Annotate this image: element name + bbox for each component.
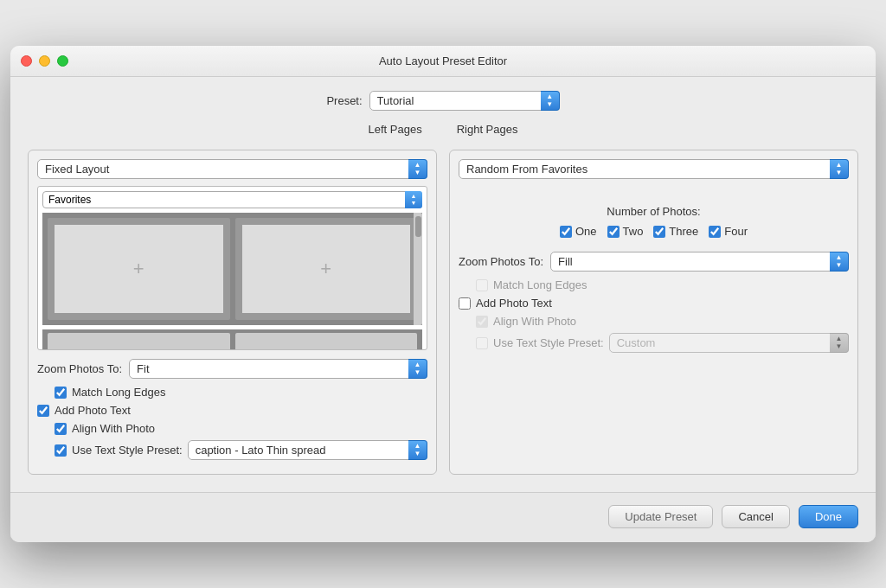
left-text-style-label: Use Text Style Preset:: [72, 444, 183, 457]
tab-right-pages[interactable]: Right Pages: [457, 123, 518, 137]
right-zoom-select[interactable]: Fill: [550, 252, 849, 272]
titlebar: Auto Layout Preset Editor: [10, 46, 876, 77]
update-preset-button[interactable]: Update Preset: [608, 505, 713, 528]
right-match-long-edges-checkbox[interactable]: [476, 279, 488, 291]
nop-three-checkbox[interactable]: [653, 226, 665, 238]
right-zoom-label: Zoom Photos To:: [459, 255, 543, 268]
preset-select[interactable]: Tutorial: [369, 91, 560, 111]
source-select[interactable]: Favorites: [42, 191, 422, 208]
close-button[interactable]: [21, 55, 32, 67]
source-select-wrapper: Favorites ▲ ▼: [42, 191, 422, 208]
tab-left-pages[interactable]: Left Pages: [369, 123, 422, 137]
right-text-style-select-wrapper: Custom ▲ ▼: [609, 333, 849, 353]
nop-four-label: Four: [724, 225, 748, 238]
photo-cell-2-inner: +: [242, 225, 411, 313]
left-zoom-label: Zoom Photos To:: [37, 362, 122, 375]
done-button[interactable]: Done: [799, 505, 858, 528]
left-add-photo-text-checkbox[interactable]: [37, 405, 49, 417]
left-match-long-edges-checkbox[interactable]: [55, 387, 67, 399]
left-layout-select-wrapper: Fixed Layout ▲ ▼: [37, 159, 427, 179]
cancel-button[interactable]: Cancel: [722, 505, 789, 528]
nop-one-checkbox[interactable]: [560, 226, 572, 238]
right-text-style-label: Use Text Style Preset:: [493, 336, 604, 349]
layout-preview: Favorites ▲ ▼ +: [37, 186, 427, 350]
bottom-bar: Update Preset Cancel Done: [10, 492, 876, 542]
right-layout-select[interactable]: Random From Favorites: [459, 159, 849, 179]
left-align-photo-checkbox[interactable]: [55, 423, 67, 435]
left-layout-select[interactable]: Fixed Layout: [37, 159, 427, 179]
left-text-style-select-wrapper: caption - Lato Thin spread ▲ ▼: [188, 440, 427, 460]
minimize-button[interactable]: [39, 55, 50, 67]
left-zoom-select[interactable]: Fit: [129, 359, 427, 379]
right-panel: Random From Favorites ▲ ▼ Number of Phot…: [449, 150, 858, 475]
photo-cell-1: +: [48, 218, 230, 320]
right-add-photo-text-row: Add Photo Text: [459, 297, 849, 310]
preset-select-wrapper: Tutorial ▲ ▼: [369, 91, 560, 111]
tabs-row: Left Pages Right Pages: [28, 123, 858, 137]
nop-four: Four: [709, 225, 748, 238]
right-align-photo-label: Align With Photo: [493, 315, 576, 328]
window-title: Auto Layout Preset Editor: [379, 54, 507, 67]
number-of-photos-title: Number of Photos:: [459, 205, 849, 218]
right-layout-select-wrapper: Random From Favorites ▲ ▼: [459, 159, 849, 179]
right-text-style-select[interactable]: Custom: [609, 333, 849, 353]
photo-bottom-1: [48, 333, 230, 350]
main-content: Preset: Tutorial ▲ ▼ Left Pages Right Pa…: [10, 77, 876, 492]
number-of-photos-checks: One Two Three Four: [459, 225, 849, 238]
nop-two-checkbox[interactable]: [607, 226, 620, 238]
nop-three-label: Three: [669, 225, 698, 238]
photo-grid-bottom: [42, 329, 422, 350]
plus-icon: +: [320, 258, 331, 280]
right-text-style-row: Use Text Style Preset: Custom ▲ ▼: [476, 333, 849, 353]
main-window: Auto Layout Preset Editor Preset: Tutori…: [10, 46, 876, 542]
left-align-photo-row: Align With Photo: [55, 422, 427, 435]
left-panel: Fixed Layout ▲ ▼ Favorites ▲: [28, 150, 437, 475]
photo-cell-1-inner: +: [55, 225, 223, 313]
right-match-long-edges-label: Match Long Edges: [493, 278, 587, 291]
right-add-photo-text-checkbox[interactable]: [459, 297, 471, 310]
nop-two-label: Two: [623, 225, 644, 238]
nop-three: Three: [653, 225, 698, 238]
right-zoom-select-wrapper: Fill ▲ ▼: [550, 252, 849, 272]
panels-container: Fixed Layout ▲ ▼ Favorites ▲: [28, 150, 858, 475]
preset-label: Preset:: [326, 94, 362, 107]
maximize-button[interactable]: [57, 55, 68, 67]
preset-row: Preset: Tutorial ▲ ▼: [28, 91, 858, 111]
left-add-photo-text-label: Add Photo Text: [55, 404, 131, 417]
left-align-photo-label: Align With Photo: [72, 422, 155, 435]
right-text-style-checkbox[interactable]: [476, 337, 488, 349]
right-align-photo-checkbox[interactable]: [476, 316, 488, 328]
photo-bottom-2: [235, 333, 418, 350]
right-align-photo-row: Align With Photo: [476, 315, 849, 328]
left-match-long-edges-label: Match Long Edges: [72, 386, 165, 399]
photo-grid: + +: [42, 213, 422, 325]
left-text-style-row: Use Text Style Preset: caption - Lato Th…: [55, 440, 427, 460]
preview-scrollbar[interactable]: [414, 213, 422, 325]
left-text-style-select[interactable]: caption - Lato Thin spread: [188, 440, 427, 460]
scrollbar-thumb: [415, 216, 421, 237]
nop-two: Two: [607, 225, 644, 238]
left-add-photo-text-row: Add Photo Text: [37, 404, 427, 417]
nop-one: One: [560, 225, 597, 238]
left-match-long-edges-row: Match Long Edges: [55, 386, 427, 399]
photo-cell-2: +: [235, 218, 418, 320]
left-zoom-select-wrapper: Fit ▲ ▼: [129, 359, 427, 379]
left-text-style-checkbox[interactable]: [55, 444, 67, 457]
right-add-photo-text-label: Add Photo Text: [476, 297, 552, 310]
number-of-photos-section: Number of Photos: One Two Three: [459, 205, 849, 238]
window-controls: [21, 55, 68, 67]
nop-one-label: One: [575, 225, 597, 238]
plus-icon: +: [133, 258, 144, 280]
right-match-long-edges-row: Match Long Edges: [476, 278, 849, 291]
right-zoom-row: Zoom Photos To: Fill ▲ ▼: [459, 252, 849, 272]
nop-four-checkbox[interactable]: [709, 226, 721, 238]
left-zoom-row: Zoom Photos To: Fit ▲ ▼: [37, 359, 427, 379]
